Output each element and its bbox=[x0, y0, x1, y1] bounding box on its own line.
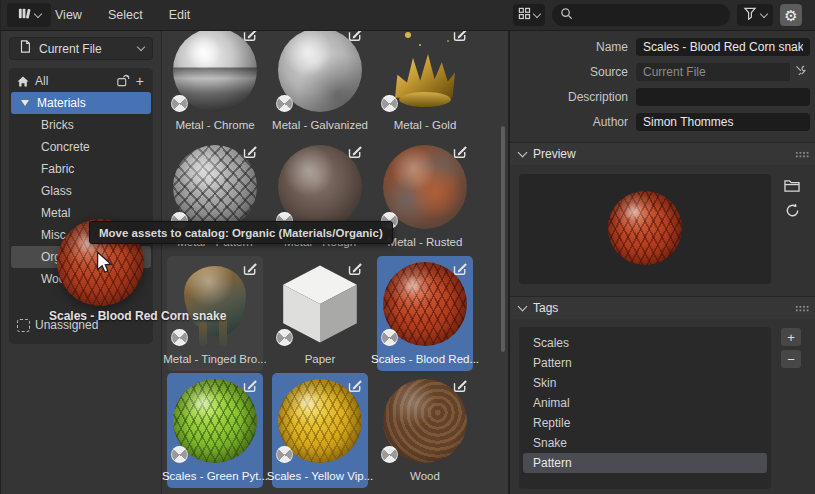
source-field-label: Source bbox=[510, 65, 636, 79]
tag-item[interactable]: Reptile bbox=[523, 413, 767, 433]
bronze-cloth-thumbnail bbox=[184, 266, 246, 336]
material-icon bbox=[276, 329, 293, 346]
tool-settings-button[interactable] bbox=[790, 63, 810, 81]
mouse-cursor bbox=[95, 251, 117, 279]
author-field-label: Author bbox=[510, 115, 636, 129]
asset-tile[interactable]: Scales - Yellow Vip... bbox=[272, 373, 368, 488]
chevron-down-icon bbox=[34, 9, 42, 17]
gold-splash-thumbnail bbox=[405, 32, 411, 38]
asset-browser-icon bbox=[17, 6, 32, 25]
material-icon bbox=[381, 446, 398, 463]
filter-button[interactable] bbox=[737, 4, 773, 26]
edit-icon bbox=[346, 377, 364, 394]
panel-drag-handle[interactable] bbox=[795, 151, 809, 158]
unassigned-icon bbox=[17, 319, 30, 332]
edit-icon bbox=[346, 260, 364, 277]
asset-tile[interactable]: Scales - Green Pyt... bbox=[167, 373, 263, 488]
author-input[interactable] bbox=[643, 115, 803, 129]
catalog-item-materials[interactable]: Materials bbox=[11, 92, 151, 114]
material-icon bbox=[171, 95, 188, 112]
material-icon bbox=[381, 329, 398, 346]
edit-icon bbox=[451, 143, 469, 160]
minus-icon: − bbox=[787, 353, 795, 366]
tools-icon bbox=[794, 63, 807, 81]
gear-icon: ⚙ bbox=[784, 8, 797, 23]
asset-grid: Metal - Chrome Metal - Galvanized Metal … bbox=[161, 30, 507, 494]
chevron-down-icon bbox=[760, 9, 768, 17]
asset-tile[interactable]: Metal - Chrome bbox=[167, 30, 263, 137]
tag-item[interactable]: Animal bbox=[523, 393, 767, 413]
chevron-down-icon bbox=[137, 43, 145, 51]
chevron-down-icon bbox=[518, 302, 528, 312]
material-icon bbox=[171, 329, 188, 346]
asset-browser-window: View Select Edit bbox=[0, 0, 815, 494]
header-tools: ⚙ bbox=[513, 4, 802, 26]
plus-icon: + bbox=[787, 331, 795, 344]
material-icon bbox=[171, 446, 188, 463]
tags-panel-title: Tags bbox=[533, 301, 558, 315]
preview-panel-header[interactable]: Preview bbox=[510, 143, 815, 165]
tags-panel-header[interactable]: Tags bbox=[510, 297, 815, 319]
display-settings-button[interactable] bbox=[513, 4, 545, 26]
panel-drag-handle[interactable] bbox=[795, 305, 809, 312]
catalog-item-bricks[interactable]: Bricks bbox=[11, 114, 151, 136]
settings-gear-button[interactable]: ⚙ bbox=[780, 4, 802, 26]
description-field[interactable] bbox=[636, 88, 810, 106]
drag-tooltip: Move assets to catalog: Organic (Materia… bbox=[89, 221, 393, 244]
material-icon bbox=[381, 95, 398, 112]
asset-library-select[interactable]: Current File bbox=[9, 37, 153, 60]
description-input[interactable] bbox=[643, 90, 803, 104]
preview-sphere bbox=[608, 191, 682, 265]
catalog-tree: All + Materials Bricks Concrete Fabric bbox=[9, 68, 153, 344]
asset-tile[interactable]: Metal - Galvanized bbox=[272, 30, 368, 137]
asset-tile[interactable]: Paper bbox=[272, 256, 368, 371]
asset-tile[interactable]: Scales - Blood Red... bbox=[377, 256, 473, 371]
tag-item-selected[interactable]: Pattern bbox=[523, 453, 767, 473]
chevron-down-icon bbox=[533, 9, 541, 17]
menu-select[interactable]: Select bbox=[108, 8, 143, 22]
edit-icon bbox=[241, 377, 259, 394]
asset-library-value: Current File bbox=[39, 42, 131, 56]
menu-bar: View Select Edit bbox=[55, 0, 190, 30]
grid-display-icon bbox=[518, 6, 531, 24]
dragged-asset-label: Scales - Blood Red Corn snake bbox=[49, 309, 226, 323]
catalog-item-all[interactable]: All + bbox=[11, 70, 151, 92]
source-field: Current File bbox=[636, 63, 810, 81]
grid-scrollbar[interactable] bbox=[501, 126, 505, 352]
edit-icon bbox=[451, 260, 469, 277]
catalog-item-concrete[interactable]: Concrete bbox=[11, 136, 151, 158]
description-field-label: Description bbox=[510, 90, 636, 104]
refresh-preview-button[interactable] bbox=[781, 201, 803, 223]
new-catalog-icon[interactable] bbox=[116, 73, 131, 90]
name-field[interactable] bbox=[636, 38, 810, 56]
search-icon bbox=[560, 6, 573, 24]
asset-tile[interactable]: Wood bbox=[377, 373, 473, 488]
edit-icon bbox=[451, 377, 469, 394]
catalog-item-fabric[interactable]: Fabric bbox=[11, 158, 151, 180]
edit-icon bbox=[346, 30, 364, 43]
chevron-down-icon bbox=[518, 148, 528, 158]
author-field[interactable] bbox=[636, 113, 810, 131]
catalog-item-glass[interactable]: Glass bbox=[11, 180, 151, 202]
tag-item[interactable]: Snake bbox=[523, 433, 767, 453]
tag-item[interactable]: Skin bbox=[523, 373, 767, 393]
edit-icon bbox=[451, 30, 469, 43]
asset-tile[interactable]: Metal - Gold bbox=[377, 30, 473, 137]
remove-tag-button[interactable]: − bbox=[781, 350, 801, 368]
material-icon bbox=[276, 95, 293, 112]
tag-item[interactable]: Scales bbox=[523, 333, 767, 353]
menu-view[interactable]: View bbox=[55, 8, 82, 22]
name-input[interactable] bbox=[643, 40, 803, 54]
tags-list: Scales Pattern Skin Animal Reptile Snake… bbox=[519, 327, 771, 489]
preview-panel-title: Preview bbox=[533, 147, 576, 161]
menu-edit[interactable]: Edit bbox=[169, 8, 191, 22]
editor-type-button[interactable] bbox=[7, 3, 51, 27]
add-catalog-icon[interactable]: + bbox=[136, 74, 144, 88]
edit-icon bbox=[241, 143, 259, 160]
search-input[interactable] bbox=[578, 7, 737, 23]
home-icon bbox=[11, 75, 35, 88]
load-preview-button[interactable] bbox=[781, 176, 803, 198]
tag-item[interactable]: Pattern bbox=[523, 353, 767, 373]
add-tag-button[interactable]: + bbox=[781, 328, 801, 346]
disclosure-triangle-icon[interactable] bbox=[21, 100, 29, 106]
